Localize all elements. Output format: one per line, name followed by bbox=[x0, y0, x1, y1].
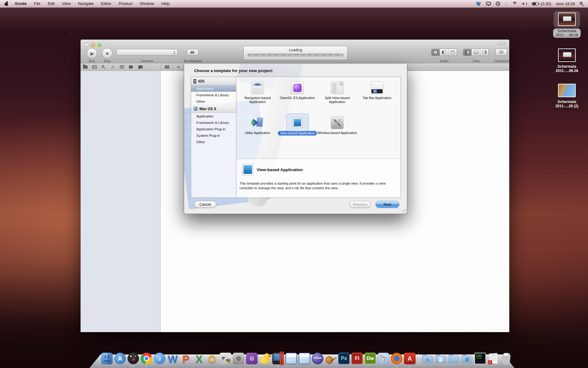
display-icon[interactable] bbox=[486, 2, 491, 6]
spotlight-icon[interactable] bbox=[580, 2, 584, 6]
dreamweaver-icon[interactable]: Dw bbox=[364, 353, 376, 364]
navigator-area[interactable] bbox=[81, 71, 160, 332]
battery-icon[interactable]: (0.30) bbox=[532, 2, 551, 6]
menu-file[interactable]: File bbox=[31, 0, 44, 7]
scheme-popup[interactable]: ▲▼ bbox=[116, 49, 178, 56]
debug-navigator-icon[interactable] bbox=[117, 65, 126, 69]
resize-grip[interactable] bbox=[402, 209, 406, 213]
menu-window[interactable]: Window bbox=[136, 0, 157, 7]
navigator-toggle-button[interactable] bbox=[463, 49, 472, 56]
utilities-toggle-button[interactable] bbox=[480, 49, 489, 56]
template-view-based-selected[interactable]: View-based Application bbox=[277, 116, 317, 136]
trash-icon[interactable] bbox=[501, 353, 512, 364]
terminal-stack-icon[interactable] bbox=[474, 353, 486, 364]
menu-navigate[interactable]: Navigate bbox=[74, 0, 97, 7]
template-chooser: iOS Application Framework & Library Othe… bbox=[191, 77, 401, 198]
category-ios-application[interactable]: Application bbox=[191, 85, 236, 92]
category-mac-system-plugin[interactable]: System Plug-in bbox=[191, 132, 236, 139]
dashboard-icon[interactable] bbox=[127, 353, 139, 364]
desktop-icon-label: Schermata2011-....28 (2) bbox=[556, 100, 579, 108]
organizer-button[interactable] bbox=[496, 49, 507, 56]
project-navigator-icon[interactable] bbox=[81, 65, 90, 69]
time-machine-icon[interactable] bbox=[496, 2, 500, 6]
category-mac-framework-library[interactable]: Framework & Library bbox=[191, 119, 236, 126]
documents-folder-icon[interactable] bbox=[435, 353, 447, 364]
flash-icon[interactable]: Fl bbox=[351, 353, 363, 364]
finder-icon[interactable] bbox=[101, 353, 113, 364]
app-store-icon[interactable]: A bbox=[114, 353, 126, 364]
related-items-icon[interactable] bbox=[162, 65, 172, 69]
remote-desktop-icon[interactable] bbox=[220, 353, 231, 364]
menu-xcode[interactable]: Xcode bbox=[11, 0, 30, 7]
eclipse-icon[interactable] bbox=[312, 353, 323, 364]
powerpoint-icon[interactable]: P bbox=[180, 353, 192, 364]
windows-vm-icon[interactable] bbox=[272, 353, 284, 364]
gears-utility-icon[interactable]: ⚙ bbox=[233, 353, 244, 364]
debug-area-toggle-button[interactable] bbox=[472, 49, 480, 56]
breakpoint-icon bbox=[190, 51, 195, 54]
cyberduck-icon[interactable] bbox=[259, 353, 271, 364]
applications-folder-icon[interactable]: A bbox=[422, 353, 433, 364]
menu-clock[interactable]: dom 19.09 bbox=[556, 2, 575, 6]
outlook-icon[interactable]: O bbox=[206, 353, 218, 364]
windows-folder-icon[interactable] bbox=[461, 353, 473, 364]
log-navigator-icon[interactable] bbox=[136, 65, 145, 69]
xcode-dock-icon[interactable] bbox=[378, 353, 389, 364]
category-mac-other[interactable]: Other bbox=[191, 139, 236, 145]
cube-app-icon-1[interactable] bbox=[285, 353, 297, 364]
volume-icon[interactable] bbox=[522, 2, 527, 6]
back-button[interactable]: ◀ bbox=[174, 65, 182, 69]
assistant-editor-button[interactable] bbox=[440, 49, 448, 56]
cube-app-icon-2[interactable] bbox=[299, 353, 310, 364]
menu-edit[interactable]: Edit bbox=[44, 0, 58, 7]
template-window-based[interactable]: Window-based Application bbox=[317, 116, 357, 135]
desktop-icon-screenshot-1[interactable]: Schermata2011-....08.38 bbox=[550, 11, 584, 38]
garageband-icon[interactable] bbox=[325, 353, 337, 364]
cancel-button[interactable]: Cancel bbox=[194, 201, 216, 208]
next-button[interactable]: Next bbox=[375, 201, 399, 208]
apple-menu-icon[interactable] bbox=[4, 1, 9, 6]
acrobat-reader-icon[interactable]: A bbox=[404, 353, 416, 364]
search-navigator-icon[interactable] bbox=[99, 65, 108, 69]
category-ios-framework-library[interactable]: Framework & Library bbox=[191, 92, 236, 98]
menu-view[interactable]: View bbox=[58, 0, 74, 7]
template-utility[interactable]: Utility Application bbox=[238, 116, 277, 135]
itunes-icon[interactable]: ♪ bbox=[154, 353, 165, 364]
template-split-view-based[interactable]: + Split View-based Application bbox=[317, 81, 357, 104]
standard-editor-button[interactable] bbox=[431, 49, 440, 56]
chrome-icon[interactable] bbox=[141, 353, 152, 364]
wifi-icon[interactable] bbox=[512, 2, 517, 6]
documents-stack-icon[interactable]: A bbox=[488, 353, 499, 364]
word-icon[interactable]: W bbox=[167, 353, 179, 364]
menu-help[interactable]: Help bbox=[158, 0, 173, 7]
stop-button[interactable]: ■ bbox=[102, 48, 112, 59]
dots-icon[interactable]: ∴ bbox=[505, 2, 507, 6]
breakpoint-navigator-icon[interactable] bbox=[126, 65, 136, 69]
menu-editor[interactable]: Editor bbox=[98, 0, 115, 7]
excel-icon[interactable]: X bbox=[193, 353, 205, 364]
symbol-navigator-icon[interactable] bbox=[90, 65, 99, 69]
plist-editor-icon[interactable]: ⚙ bbox=[246, 353, 258, 364]
category-ios-other[interactable]: Other bbox=[191, 98, 236, 105]
downloads-folder-icon[interactable] bbox=[448, 353, 460, 364]
run-button[interactable]: ▶ bbox=[87, 48, 97, 59]
dropbox-icon[interactable] bbox=[476, 2, 481, 6]
toolbar-toggle-lozenge[interactable] bbox=[498, 42, 506, 45]
issue-navigator-icon[interactable]: ⚠ bbox=[108, 65, 117, 69]
category-mac-application[interactable]: Application bbox=[191, 113, 236, 119]
template-navigation-based[interactable]: Navigation-based Application bbox=[238, 81, 277, 104]
template-tab-bar[interactable]: ★⋯ Tab Bar Application bbox=[357, 81, 397, 100]
version-editor-button[interactable] bbox=[448, 49, 457, 56]
breakpoints-button[interactable] bbox=[187, 49, 198, 56]
photoshop-icon[interactable]: Ps bbox=[338, 353, 350, 364]
template-opengl-es[interactable]: OpenGL ES Application bbox=[277, 81, 317, 100]
previous-button[interactable]: Previous bbox=[349, 201, 371, 208]
desktop-icon-screenshot-2[interactable]: Schermata2011-....09.28 bbox=[550, 47, 584, 73]
firefox-icon[interactable] bbox=[391, 353, 402, 364]
zoom-button[interactable] bbox=[97, 43, 101, 47]
close-button[interactable] bbox=[85, 43, 89, 47]
minimize-button[interactable] bbox=[91, 43, 95, 47]
desktop-icon-screenshot-3[interactable]: Schermata2011-....28 (2) bbox=[550, 82, 584, 108]
menu-product[interactable]: Product bbox=[115, 0, 136, 7]
category-mac-application-plugin[interactable]: Application Plug-in bbox=[191, 126, 236, 132]
